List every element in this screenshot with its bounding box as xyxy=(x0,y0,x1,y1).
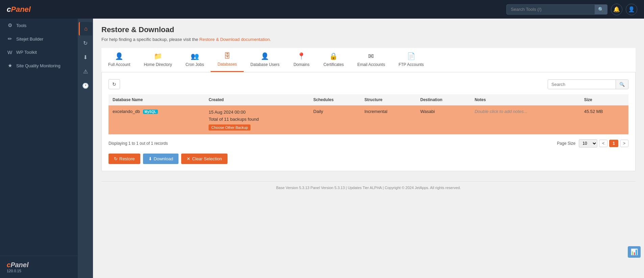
topbar: cPanel 🔍 🔔 👤 xyxy=(0,0,644,19)
layout: ⚙ Tools ✏ Sitejet Builder W WP Toolkit ★… xyxy=(0,19,644,278)
tab-label-cron-jobs: Cron Jobs xyxy=(186,62,204,67)
page-footer: Base Version 5.3.13 Panel Version 5.3.13… xyxy=(101,181,636,194)
col-structure: Structure xyxy=(360,94,416,106)
tab-label-full-account: Full Account xyxy=(108,62,130,67)
tab-full-account[interactable]: 👤 Full Account xyxy=(101,48,137,72)
search-tools-wrap: 🔍 xyxy=(506,4,607,15)
tab-ftp-accounts[interactable]: 📄 FTP Accounts xyxy=(392,48,430,72)
search-tools-input[interactable] xyxy=(507,5,595,14)
tab-cron-jobs[interactable]: 👥 Cron Jobs xyxy=(179,48,211,72)
tab-domains[interactable]: 📍 Domains xyxy=(286,48,317,72)
col-notes: Notes xyxy=(471,94,580,106)
cron-jobs-icon: 👥 xyxy=(191,52,199,60)
tab-label-databases: Databases xyxy=(217,62,237,67)
col-destination: Destination xyxy=(416,94,471,106)
restore-button[interactable]: ↻ Restore xyxy=(109,154,140,164)
tab-label-database-users: Database Users xyxy=(251,62,280,67)
sidebar-nav: ⚙ Tools ✏ Sitejet Builder W WP Toolkit ★… xyxy=(0,19,78,256)
table-row[interactable]: excelando_db MySQL 15 Aug 2024 00:00 Tot… xyxy=(109,106,628,135)
choose-backup-button[interactable]: Choose Other Backup xyxy=(209,124,251,131)
user-account-button[interactable]: 👤 xyxy=(626,4,637,15)
tab-label-certificates: Certificates xyxy=(324,62,344,67)
icon-sidebar: ⌂ ↻ ⬇ ⚠ 🕐 xyxy=(78,19,93,278)
cell-notes[interactable]: Double click to add notes... xyxy=(471,106,580,135)
cell-db-name: excelando_db MySQL xyxy=(109,106,205,135)
icon-sidebar-clock[interactable]: 🕐 xyxy=(79,79,92,92)
tab-databases[interactable]: 🗄 Databases xyxy=(211,48,243,72)
pagination-wrap: Page Size 10 25 50 100 < 1 > xyxy=(557,139,628,147)
subtitle-link[interactable]: Restore & Download documentation. xyxy=(199,37,271,42)
full-account-icon: 👤 xyxy=(115,52,123,60)
sidebar-item-label-sitejet: Sitejet Builder xyxy=(16,37,43,42)
display-info: Displaying 1 to 1 out of 1 records xyxy=(109,141,168,146)
col-db-name: Database Name xyxy=(109,94,205,106)
tools-icon: ⚙ xyxy=(7,22,13,28)
main-content: Restore & Download For help finding a sp… xyxy=(93,19,644,278)
notifications-button[interactable]: 🔔 xyxy=(611,4,622,15)
page-next-button[interactable]: > xyxy=(620,140,628,147)
icon-sidebar-refresh[interactable]: ↻ xyxy=(79,36,92,50)
toolbar-row: ↻ 🔍 xyxy=(109,79,628,89)
tab-home-directory[interactable]: 📁 Home Directory xyxy=(137,48,178,72)
db-name-text: excelando_db xyxy=(113,109,140,114)
restore-icon: ↻ xyxy=(114,156,118,161)
email-accounts-icon: ✉ xyxy=(368,52,374,60)
page-size-label: Page Size xyxy=(557,141,576,146)
search-button[interactable]: 🔍 xyxy=(616,80,628,89)
icon-sidebar-home[interactable]: ⌂ xyxy=(79,22,92,36)
refresh-button[interactable]: ↻ xyxy=(109,79,120,89)
page-prev-button[interactable]: < xyxy=(599,140,607,147)
sidebar-item-sitejet[interactable]: ✏ Sitejet Builder xyxy=(0,32,78,46)
created-date: 15 Aug 2024 00:00 xyxy=(209,109,305,116)
col-created: Created xyxy=(205,94,309,106)
tab-database-users[interactable]: 👤 Database Users xyxy=(244,48,286,72)
subtitle-pre-text: For help finding a specific backup, plea… xyxy=(101,37,198,42)
home-directory-icon: 📁 xyxy=(154,52,162,60)
stats-widget[interactable]: 📊 xyxy=(628,246,641,258)
topbar-logo: cPanel xyxy=(7,5,31,14)
notes-text: Double click to add notes... xyxy=(475,109,527,114)
cell-created: 15 Aug 2024 00:00 Total of 11 backups fo… xyxy=(205,106,309,135)
cell-destination: Wasabi xyxy=(416,106,471,135)
databases-icon: 🗄 xyxy=(224,52,231,60)
page-title: Restore & Download xyxy=(101,25,636,34)
clear-selection-button[interactable]: ✕ Clear Selection xyxy=(181,154,227,164)
sidebar: ⚙ Tools ✏ Sitejet Builder W WP Toolkit ★… xyxy=(0,19,78,278)
search-input[interactable] xyxy=(548,80,616,89)
created-count: Total of 11 backups found xyxy=(209,116,305,123)
sidebar-item-label-site-quality: Site Quality Monitoring xyxy=(16,63,61,68)
mysql-badge: MySQL xyxy=(143,110,158,114)
sidebar-item-wp-toolkit[interactable]: W WP Toolkit xyxy=(0,46,78,59)
download-button[interactable]: ⬇ Download xyxy=(143,154,179,164)
icon-sidebar-download[interactable]: ⬇ xyxy=(79,50,92,64)
download-icon: ⬇ xyxy=(148,156,152,161)
page-1-button[interactable]: 1 xyxy=(609,140,618,147)
content-panel: ↻ 🔍 Database Name Created Schedules Stru… xyxy=(101,72,636,171)
cell-size: 45.52 MB xyxy=(580,106,628,135)
col-schedules: Schedules xyxy=(309,94,360,106)
sidebar-item-tools[interactable]: ⚙ Tools xyxy=(0,19,78,32)
clear-label: Clear Selection xyxy=(192,156,222,161)
site-quality-icon: ★ xyxy=(7,63,13,69)
cell-schedules: Daily xyxy=(309,106,360,135)
data-table: Database Name Created Schedules Structur… xyxy=(109,94,628,135)
ftp-accounts-icon: 📄 xyxy=(407,52,415,60)
database-users-icon: 👤 xyxy=(261,52,269,60)
sidebar-item-label-tools: Tools xyxy=(16,23,26,28)
page-size-select[interactable]: 10 25 50 100 xyxy=(579,139,597,147)
tab-label-email-accounts: Email Accounts xyxy=(357,62,385,67)
tab-certificates[interactable]: 🔒 Certificates xyxy=(317,48,351,72)
clear-icon: ✕ xyxy=(187,156,190,161)
cell-structure: Incremental xyxy=(360,106,416,135)
icon-sidebar-warning[interactable]: ⚠ xyxy=(79,65,92,78)
table-footer: Displaying 1 to 1 out of 1 records Page … xyxy=(109,139,628,147)
sidebar-item-site-quality[interactable]: ★ Site Quality Monitoring xyxy=(0,59,78,72)
page-subtitle: For help finding a specific backup, plea… xyxy=(101,37,636,42)
tab-label-domains: Domains xyxy=(293,62,309,67)
sidebar-item-label-wp: WP Toolkit xyxy=(16,50,37,55)
search-tools-button[interactable]: 🔍 xyxy=(595,5,607,14)
wp-icon: W xyxy=(7,49,13,55)
action-buttons: ↻ Restore ⬇ Download ✕ Clear Selection xyxy=(109,154,628,164)
tab-email-accounts[interactable]: ✉ Email Accounts xyxy=(351,48,392,72)
domains-icon: 📍 xyxy=(297,52,306,60)
